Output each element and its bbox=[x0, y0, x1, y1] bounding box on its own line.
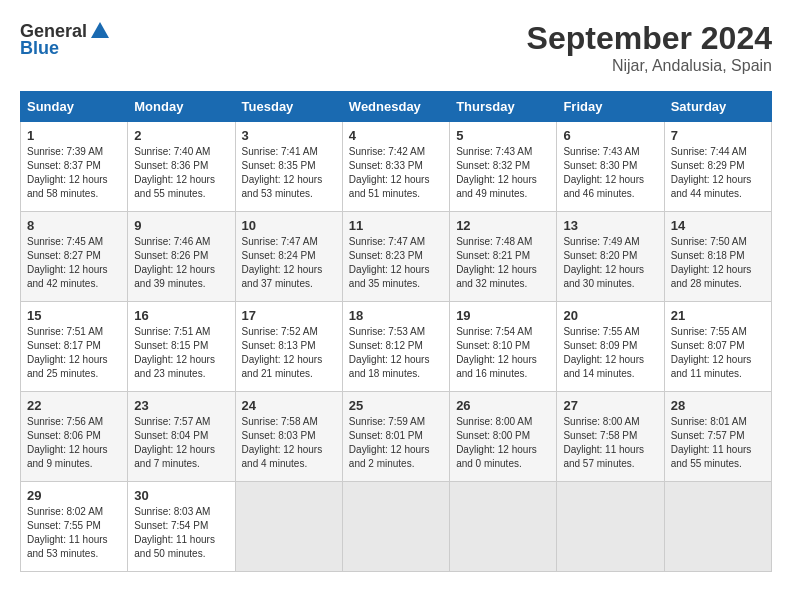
calendar-week-3: 15Sunrise: 7:51 AMSunset: 8:17 PMDayligh… bbox=[21, 302, 772, 392]
day-number: 17 bbox=[242, 308, 336, 323]
title-area: September 2024 Nijar, Andalusia, Spain bbox=[527, 20, 772, 75]
day-info: Sunrise: 7:51 AMSunset: 8:15 PMDaylight:… bbox=[134, 326, 215, 379]
table-row bbox=[342, 482, 449, 572]
day-info: Sunrise: 7:57 AMSunset: 8:04 PMDaylight:… bbox=[134, 416, 215, 469]
table-row: 22Sunrise: 7:56 AMSunset: 8:06 PMDayligh… bbox=[21, 392, 128, 482]
table-row bbox=[664, 482, 771, 572]
table-row bbox=[557, 482, 664, 572]
day-info: Sunrise: 7:53 AMSunset: 8:12 PMDaylight:… bbox=[349, 326, 430, 379]
table-row: 18Sunrise: 7:53 AMSunset: 8:12 PMDayligh… bbox=[342, 302, 449, 392]
day-number: 24 bbox=[242, 398, 336, 413]
table-row: 4Sunrise: 7:42 AMSunset: 8:33 PMDaylight… bbox=[342, 122, 449, 212]
col-sunday: Sunday bbox=[21, 92, 128, 122]
day-info: Sunrise: 8:01 AMSunset: 7:57 PMDaylight:… bbox=[671, 416, 752, 469]
table-row: 7Sunrise: 7:44 AMSunset: 8:29 PMDaylight… bbox=[664, 122, 771, 212]
day-number: 15 bbox=[27, 308, 121, 323]
table-row: 2Sunrise: 7:40 AMSunset: 8:36 PMDaylight… bbox=[128, 122, 235, 212]
day-info: Sunrise: 7:44 AMSunset: 8:29 PMDaylight:… bbox=[671, 146, 752, 199]
day-info: Sunrise: 7:43 AMSunset: 8:32 PMDaylight:… bbox=[456, 146, 537, 199]
table-row: 17Sunrise: 7:52 AMSunset: 8:13 PMDayligh… bbox=[235, 302, 342, 392]
day-info: Sunrise: 7:47 AMSunset: 8:24 PMDaylight:… bbox=[242, 236, 323, 289]
day-info: Sunrise: 7:41 AMSunset: 8:35 PMDaylight:… bbox=[242, 146, 323, 199]
calendar-week-5: 29Sunrise: 8:02 AMSunset: 7:55 PMDayligh… bbox=[21, 482, 772, 572]
table-row: 13Sunrise: 7:49 AMSunset: 8:20 PMDayligh… bbox=[557, 212, 664, 302]
location-title: Nijar, Andalusia, Spain bbox=[527, 57, 772, 75]
table-row: 26Sunrise: 8:00 AMSunset: 8:00 PMDayligh… bbox=[450, 392, 557, 482]
day-info: Sunrise: 7:43 AMSunset: 8:30 PMDaylight:… bbox=[563, 146, 644, 199]
table-row bbox=[450, 482, 557, 572]
table-row: 21Sunrise: 7:55 AMSunset: 8:07 PMDayligh… bbox=[664, 302, 771, 392]
day-info: Sunrise: 7:39 AMSunset: 8:37 PMDaylight:… bbox=[27, 146, 108, 199]
col-wednesday: Wednesday bbox=[342, 92, 449, 122]
day-info: Sunrise: 7:51 AMSunset: 8:17 PMDaylight:… bbox=[27, 326, 108, 379]
table-row: 23Sunrise: 7:57 AMSunset: 8:04 PMDayligh… bbox=[128, 392, 235, 482]
day-info: Sunrise: 7:55 AMSunset: 8:09 PMDaylight:… bbox=[563, 326, 644, 379]
table-row: 15Sunrise: 7:51 AMSunset: 8:17 PMDayligh… bbox=[21, 302, 128, 392]
calendar-week-1: 1Sunrise: 7:39 AMSunset: 8:37 PMDaylight… bbox=[21, 122, 772, 212]
day-number: 6 bbox=[563, 128, 657, 143]
calendar-table: Sunday Monday Tuesday Wednesday Thursday… bbox=[20, 91, 772, 572]
day-number: 7 bbox=[671, 128, 765, 143]
table-row: 8Sunrise: 7:45 AMSunset: 8:27 PMDaylight… bbox=[21, 212, 128, 302]
day-info: Sunrise: 8:00 AMSunset: 8:00 PMDaylight:… bbox=[456, 416, 537, 469]
table-row bbox=[235, 482, 342, 572]
day-number: 20 bbox=[563, 308, 657, 323]
svg-marker-0 bbox=[91, 22, 109, 38]
col-tuesday: Tuesday bbox=[235, 92, 342, 122]
day-info: Sunrise: 7:42 AMSunset: 8:33 PMDaylight:… bbox=[349, 146, 430, 199]
table-row: 5Sunrise: 7:43 AMSunset: 8:32 PMDaylight… bbox=[450, 122, 557, 212]
day-number: 5 bbox=[456, 128, 550, 143]
calendar-week-4: 22Sunrise: 7:56 AMSunset: 8:06 PMDayligh… bbox=[21, 392, 772, 482]
day-info: Sunrise: 7:58 AMSunset: 8:03 PMDaylight:… bbox=[242, 416, 323, 469]
page-header: General Blue September 2024 Nijar, Andal… bbox=[20, 20, 772, 75]
day-number: 14 bbox=[671, 218, 765, 233]
day-info: Sunrise: 7:46 AMSunset: 8:26 PMDaylight:… bbox=[134, 236, 215, 289]
table-row: 27Sunrise: 8:00 AMSunset: 7:58 PMDayligh… bbox=[557, 392, 664, 482]
day-info: Sunrise: 8:03 AMSunset: 7:54 PMDaylight:… bbox=[134, 506, 215, 559]
table-row: 12Sunrise: 7:48 AMSunset: 8:21 PMDayligh… bbox=[450, 212, 557, 302]
day-number: 2 bbox=[134, 128, 228, 143]
logo-icon bbox=[89, 20, 111, 42]
day-info: Sunrise: 7:45 AMSunset: 8:27 PMDaylight:… bbox=[27, 236, 108, 289]
day-info: Sunrise: 7:48 AMSunset: 8:21 PMDaylight:… bbox=[456, 236, 537, 289]
day-info: Sunrise: 7:55 AMSunset: 8:07 PMDaylight:… bbox=[671, 326, 752, 379]
table-row: 3Sunrise: 7:41 AMSunset: 8:35 PMDaylight… bbox=[235, 122, 342, 212]
table-row: 25Sunrise: 7:59 AMSunset: 8:01 PMDayligh… bbox=[342, 392, 449, 482]
day-info: Sunrise: 7:59 AMSunset: 8:01 PMDaylight:… bbox=[349, 416, 430, 469]
day-number: 21 bbox=[671, 308, 765, 323]
day-number: 12 bbox=[456, 218, 550, 233]
logo-blue: Blue bbox=[20, 38, 59, 59]
day-number: 19 bbox=[456, 308, 550, 323]
day-info: Sunrise: 8:00 AMSunset: 7:58 PMDaylight:… bbox=[563, 416, 644, 469]
day-number: 3 bbox=[242, 128, 336, 143]
day-number: 10 bbox=[242, 218, 336, 233]
table-row: 6Sunrise: 7:43 AMSunset: 8:30 PMDaylight… bbox=[557, 122, 664, 212]
table-row: 19Sunrise: 7:54 AMSunset: 8:10 PMDayligh… bbox=[450, 302, 557, 392]
day-number: 28 bbox=[671, 398, 765, 413]
day-info: Sunrise: 7:40 AMSunset: 8:36 PMDaylight:… bbox=[134, 146, 215, 199]
month-title: September 2024 bbox=[527, 20, 772, 57]
day-info: Sunrise: 8:02 AMSunset: 7:55 PMDaylight:… bbox=[27, 506, 108, 559]
day-number: 11 bbox=[349, 218, 443, 233]
logo: General Blue bbox=[20, 20, 111, 59]
table-row: 30Sunrise: 8:03 AMSunset: 7:54 PMDayligh… bbox=[128, 482, 235, 572]
col-thursday: Thursday bbox=[450, 92, 557, 122]
col-friday: Friday bbox=[557, 92, 664, 122]
day-info: Sunrise: 7:49 AMSunset: 8:20 PMDaylight:… bbox=[563, 236, 644, 289]
day-number: 30 bbox=[134, 488, 228, 503]
col-monday: Monday bbox=[128, 92, 235, 122]
table-row: 20Sunrise: 7:55 AMSunset: 8:09 PMDayligh… bbox=[557, 302, 664, 392]
calendar-week-2: 8Sunrise: 7:45 AMSunset: 8:27 PMDaylight… bbox=[21, 212, 772, 302]
day-info: Sunrise: 7:56 AMSunset: 8:06 PMDaylight:… bbox=[27, 416, 108, 469]
table-row: 28Sunrise: 8:01 AMSunset: 7:57 PMDayligh… bbox=[664, 392, 771, 482]
table-row: 29Sunrise: 8:02 AMSunset: 7:55 PMDayligh… bbox=[21, 482, 128, 572]
header-row: Sunday Monday Tuesday Wednesday Thursday… bbox=[21, 92, 772, 122]
day-number: 4 bbox=[349, 128, 443, 143]
day-number: 8 bbox=[27, 218, 121, 233]
col-saturday: Saturday bbox=[664, 92, 771, 122]
table-row: 14Sunrise: 7:50 AMSunset: 8:18 PMDayligh… bbox=[664, 212, 771, 302]
day-info: Sunrise: 7:50 AMSunset: 8:18 PMDaylight:… bbox=[671, 236, 752, 289]
table-row: 16Sunrise: 7:51 AMSunset: 8:15 PMDayligh… bbox=[128, 302, 235, 392]
day-number: 1 bbox=[27, 128, 121, 143]
table-row: 1Sunrise: 7:39 AMSunset: 8:37 PMDaylight… bbox=[21, 122, 128, 212]
